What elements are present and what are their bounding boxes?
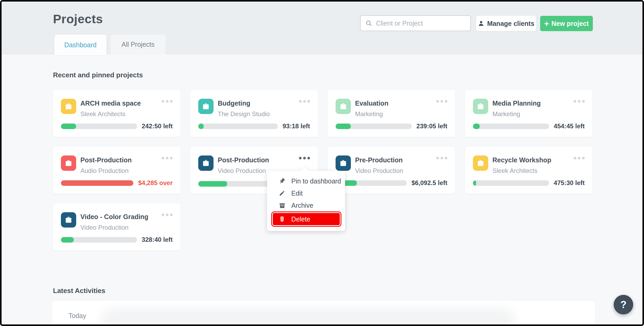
project-client: Video Production bbox=[80, 224, 128, 231]
help-button[interactable]: ? bbox=[614, 295, 633, 314]
more-options-button[interactable] bbox=[436, 155, 447, 161]
progress-track bbox=[198, 124, 278, 129]
project-client: Audio Production bbox=[80, 167, 129, 174]
briefcase-icon bbox=[61, 212, 76, 228]
tab-dashboard[interactable]: Dashboard bbox=[54, 35, 106, 55]
menu-item-edit-label: Edit bbox=[291, 190, 303, 197]
project-title: Recycle Workshop bbox=[492, 156, 551, 164]
briefcase-icon bbox=[198, 155, 214, 171]
briefcase-icon bbox=[473, 155, 488, 171]
budget-remaining-label: 454:45 left bbox=[554, 122, 585, 130]
manage-clients-button[interactable]: Manage clients bbox=[476, 16, 536, 31]
menu-item-archive[interactable]: Archive bbox=[267, 199, 345, 211]
more-options-button[interactable] bbox=[162, 98, 173, 104]
budget-remaining-label: $4,285 over bbox=[138, 179, 173, 187]
more-options-button[interactable] bbox=[162, 212, 173, 218]
search-icon bbox=[365, 20, 372, 27]
progress-track bbox=[473, 124, 549, 129]
progress-track bbox=[61, 124, 137, 129]
menu-item-archive-label: Archive bbox=[291, 202, 313, 209]
question-mark-icon: ? bbox=[620, 299, 626, 310]
project-card[interactable]: Media Planning Marketing 454:45 left bbox=[465, 90, 593, 137]
briefcase-icon bbox=[61, 99, 76, 114]
briefcase-icon bbox=[473, 99, 488, 114]
project-client: Marketing bbox=[492, 110, 520, 118]
new-project-label: New project bbox=[551, 20, 589, 27]
blurred-activity-row bbox=[101, 308, 515, 326]
project-title: Budgeting bbox=[218, 100, 250, 107]
project-client: Video Production bbox=[218, 167, 266, 174]
project-client: Marketing bbox=[355, 110, 383, 118]
project-card[interactable]: Budgeting The Design Studio 93:18 left bbox=[190, 90, 318, 137]
latest-activities-heading: Latest Activities bbox=[53, 287, 105, 295]
project-title: Pre-Production bbox=[355, 156, 403, 164]
progress-track bbox=[473, 180, 549, 186]
more-options-button[interactable] bbox=[574, 155, 585, 161]
project-card[interactable]: Recycle Workshop Sleek Architects 475:30… bbox=[465, 147, 593, 194]
pin-icon bbox=[279, 178, 285, 185]
budget-progress: $6,092.5 left bbox=[336, 179, 447, 187]
more-options-button[interactable] bbox=[299, 155, 310, 161]
app-window: Projects Manage clients + New project Da… bbox=[0, 0, 644, 326]
search-input[interactable] bbox=[376, 20, 466, 27]
search-box[interactable] bbox=[360, 15, 471, 31]
project-client: Sleek Architects bbox=[492, 167, 538, 174]
budget-progress: 454:45 left bbox=[473, 122, 585, 130]
project-title: Post-Production bbox=[218, 156, 269, 164]
progress-fill bbox=[473, 180, 476, 186]
tab-all-projects-label: All Projects bbox=[122, 41, 154, 48]
progress-fill bbox=[198, 181, 227, 187]
archive-icon bbox=[279, 202, 285, 209]
project-client: The Design Studio bbox=[218, 110, 270, 118]
more-options-button[interactable] bbox=[574, 98, 585, 104]
project-title: Evaluation bbox=[355, 100, 388, 107]
more-options-button[interactable] bbox=[162, 155, 173, 161]
menu-item-pin-label: Pin to dashboard bbox=[291, 177, 341, 185]
briefcase-icon bbox=[198, 99, 214, 114]
menu-item-delete[interactable]: Delete bbox=[273, 213, 340, 225]
budget-progress: 93:18 left bbox=[198, 122, 310, 130]
briefcase-icon bbox=[336, 155, 351, 171]
manage-clients-label: Manage clients bbox=[487, 20, 534, 27]
new-project-button[interactable]: + New project bbox=[540, 16, 593, 31]
project-card[interactable]: Post-Production Audio Production $4,285 … bbox=[53, 147, 181, 194]
project-card[interactable]: Evaluation Marketing 239:05 left bbox=[328, 90, 455, 137]
project-card[interactable]: ARCH media space Sleek Architects 242:50… bbox=[53, 90, 181, 137]
progress-track bbox=[336, 180, 407, 186]
budget-progress: 328:40 left bbox=[61, 236, 173, 243]
project-title: Video - Color Grading bbox=[80, 213, 148, 221]
recent-projects-heading: Recent and pinned projects bbox=[53, 71, 143, 79]
project-title: Media Planning bbox=[492, 100, 541, 107]
menu-item-delete-label: Delete bbox=[291, 215, 310, 223]
project-context-menu: Pin to dashboard Edit Archive Delete bbox=[267, 171, 345, 231]
progress-track bbox=[61, 180, 133, 186]
menu-item-edit[interactable]: Edit bbox=[267, 187, 345, 199]
budget-remaining-label: 328:40 left bbox=[142, 236, 173, 243]
tab-all-projects[interactable]: All Projects bbox=[110, 35, 166, 54]
page-title: Projects bbox=[53, 12, 103, 26]
progress-fill bbox=[473, 124, 480, 129]
budget-progress: 475:30 left bbox=[473, 179, 585, 187]
budget-remaining-label: 475:30 left bbox=[554, 179, 585, 187]
menu-item-pin[interactable]: Pin to dashboard bbox=[267, 175, 345, 187]
project-card[interactable]: Video - Color Grading Video Production 3… bbox=[53, 204, 181, 251]
budget-remaining-label: 93:18 left bbox=[283, 122, 310, 130]
briefcase-icon bbox=[336, 99, 351, 114]
progress-fill bbox=[198, 124, 204, 129]
tab-dashboard-label: Dashboard bbox=[64, 41, 96, 49]
progress-fill bbox=[61, 124, 76, 129]
page-header: Projects Manage clients + New project Da… bbox=[2, 2, 642, 54]
trash-icon bbox=[279, 216, 285, 222]
more-options-button[interactable] bbox=[299, 98, 310, 104]
progress-fill bbox=[61, 237, 74, 243]
progress-track bbox=[336, 124, 412, 129]
activities-group-label: Today bbox=[69, 312, 86, 320]
plus-icon: + bbox=[544, 20, 549, 28]
pencil-icon bbox=[279, 190, 285, 196]
budget-progress: 242:50 left bbox=[61, 122, 173, 130]
project-card[interactable]: Pre-Production Video Production $6,092.5… bbox=[328, 147, 455, 194]
progress-fill bbox=[336, 124, 351, 129]
project-title: Post-Production bbox=[80, 156, 132, 164]
more-options-button[interactable] bbox=[436, 98, 447, 104]
person-icon bbox=[478, 20, 484, 27]
